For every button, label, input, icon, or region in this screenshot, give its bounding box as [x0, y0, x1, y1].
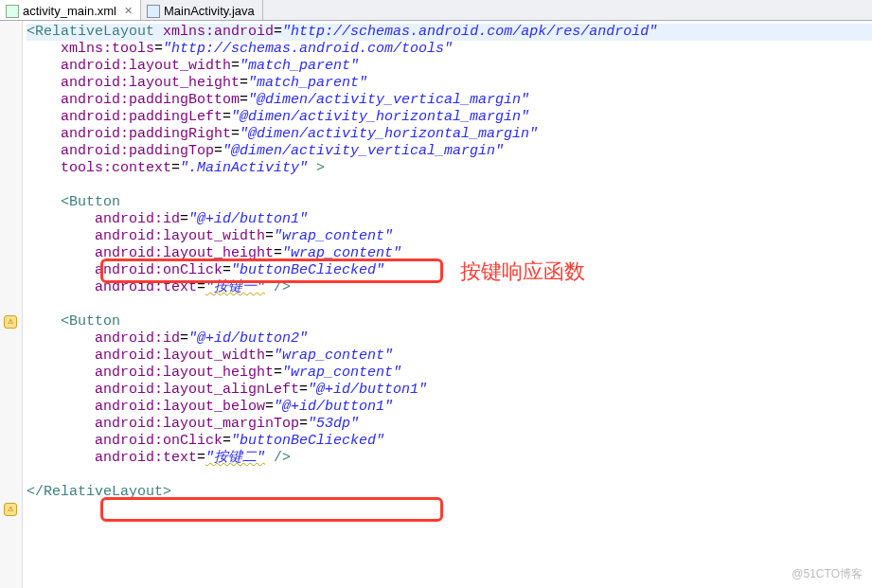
editor-area: ⚠⚠ <RelativeLayout xmlns:android="http:/…: [0, 21, 872, 588]
warning-icon[interactable]: ⚠: [4, 503, 17, 516]
code-line: <Button: [27, 194, 872, 211]
code-line: <Button: [27, 313, 872, 330]
code-line: tools:context=".MainActivity" >: [27, 160, 872, 177]
code-line: android:paddingBottom="@dimen/activity_v…: [27, 92, 872, 109]
tab-main-activity[interactable]: MainActivity.java: [141, 0, 263, 20]
code-line: [27, 467, 872, 484]
editor-tabs: activity_main.xml ✕ MainActivity.java: [0, 0, 872, 21]
code-line: android:layout_height="wrap_content": [27, 365, 872, 382]
code-line: android:paddingLeft="@dimen/activity_hor…: [27, 109, 872, 126]
code-line: android:layout_marginTop="53dp": [27, 416, 872, 433]
code-line: android:layout_alignLeft="@+id/button1": [27, 382, 872, 399]
code-line: android:layout_width="wrap_content": [27, 228, 872, 245]
watermark: @51CTO博客: [792, 566, 863, 582]
code-line: <RelativeLayout xmlns:android="http://sc…: [27, 24, 872, 41]
code-line: android:id="@+id/button1": [27, 211, 872, 228]
code-line: android:text="按键一" />: [27, 279, 872, 296]
code-line: android:onClick="buttonBeCliecked": [27, 433, 872, 450]
code-line: android:layout_width="wrap_content": [27, 347, 872, 365]
code-line: android:id="@+id/button2": [27, 330, 872, 347]
code-line: android:layout_below="@+id/button1": [27, 399, 872, 416]
java-file-icon: [147, 5, 160, 18]
code-line: [27, 296, 872, 313]
code-line: </RelativeLayout>: [27, 484, 872, 501]
warning-icon[interactable]: ⚠: [4, 315, 17, 329]
tab-label: activity_main.xml: [23, 4, 116, 18]
gutter: ⚠⚠: [0, 21, 23, 588]
close-icon[interactable]: ✕: [124, 5, 133, 17]
code-line: android:paddingRight="@dimen/activity_ho…: [27, 126, 872, 143]
code-content[interactable]: <RelativeLayout xmlns:android="http://sc…: [23, 21, 872, 588]
code-line: android:layout_height="wrap_content": [27, 245, 872, 262]
xml-file-icon: [6, 5, 19, 18]
code-line: android:paddingTop="@dimen/activity_vert…: [27, 143, 872, 160]
code-line: android:text="按键二" />: [27, 450, 872, 467]
tab-label: MainActivity.java: [164, 4, 255, 18]
tab-activity-main[interactable]: activity_main.xml ✕: [0, 0, 141, 20]
code-line: android:layout_height="match_parent": [27, 75, 872, 92]
code-line: android:onClick="buttonBeCliecked": [27, 262, 872, 279]
code-line: xmlns:tools="http://schemas.android.com/…: [27, 41, 872, 58]
code-line: android:layout_width="match_parent": [27, 58, 872, 75]
code-line: [27, 177, 872, 194]
